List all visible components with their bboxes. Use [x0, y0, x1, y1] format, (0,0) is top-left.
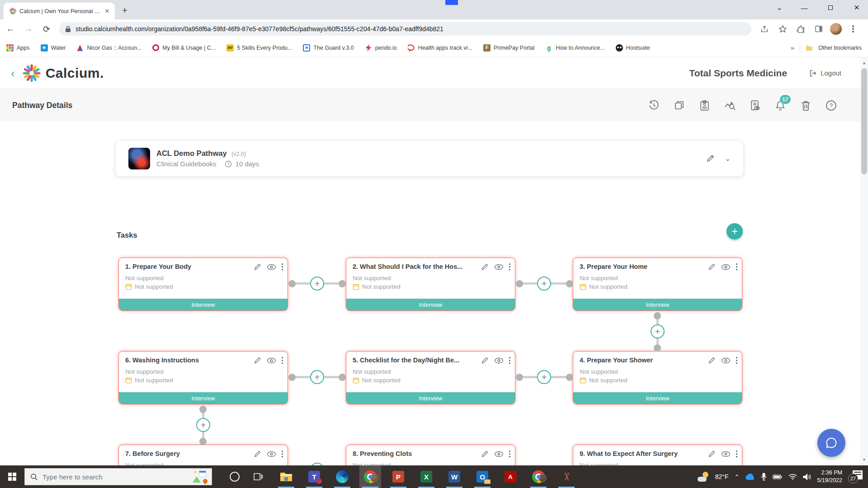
onedrive-icon[interactable] [745, 474, 755, 480]
edit-pencil-icon[interactable] [706, 154, 715, 163]
taskbar-excel[interactable]: X [415, 465, 437, 488]
taskbar-teams[interactable]: T [303, 465, 325, 488]
scroll-down-icon[interactable]: ▼ [860, 456, 868, 464]
bookmark-mybill[interactable]: My Bill & Usage | C... [152, 44, 216, 51]
action-center-button[interactable]: 27 [848, 470, 863, 483]
browser-menu-icon[interactable] [846, 22, 860, 36]
edit-pencil-icon[interactable] [708, 357, 716, 364]
kebab-menu-icon[interactable] [282, 263, 283, 271]
back-icon[interactable]: ← [3, 21, 18, 37]
bookmark-hootsuite[interactable]: Hootsuite [616, 44, 650, 52]
bookmark-star-icon[interactable] [776, 22, 789, 36]
tab-close-icon[interactable]: ✕ [103, 7, 111, 15]
edit-pencil-icon[interactable] [708, 263, 716, 271]
collapse-chevron-icon[interactable]: ⌄ [725, 155, 731, 163]
side-panel-icon[interactable] [812, 22, 826, 36]
notifications-bell-icon[interactable]: 17 [774, 99, 786, 111]
eye-icon[interactable] [721, 357, 731, 364]
bookmark-water[interactable]: ★ Water [41, 44, 66, 52]
eye-icon[interactable] [721, 451, 731, 457]
taskbar-acrobat[interactable]: A [500, 465, 521, 488]
eye-icon[interactable] [494, 451, 504, 457]
task-card-1[interactable]: 1. Prepare Your Body Not supported Not s… [118, 258, 288, 311]
support-chat-button[interactable] [817, 429, 845, 457]
kebab-menu-icon[interactable] [736, 450, 738, 458]
edit-pencil-icon[interactable] [254, 263, 261, 271]
eye-icon[interactable] [721, 264, 731, 270]
add-connection-button[interactable]: + [537, 370, 551, 384]
clock-datetime[interactable]: 2:36 PM 5/19/2022 [817, 469, 842, 484]
bookmark-nicor[interactable]: Nicor Gas :: Accoun... [76, 44, 142, 52]
bookmarks-overflow-chevron[interactable]: » [791, 44, 794, 52]
refresh-icon[interactable]: ⟳ [39, 21, 54, 37]
version-history-icon[interactable] [648, 99, 660, 111]
scrollbar-thumb[interactable] [861, 68, 867, 174]
temperature-label[interactable]: 82°F [715, 473, 729, 480]
weather-icon[interactable] [698, 472, 709, 482]
task-view-button[interactable] [247, 465, 269, 488]
window-minimize-button[interactable]: — [794, 0, 815, 15]
address-bar[interactable]: studio.calciumhealth.com/organization/0a… [59, 22, 751, 36]
microphone-icon[interactable] [761, 473, 767, 481]
bookmark-howtoannounce[interactable]: g How to Announce... [545, 44, 604, 52]
eye-icon[interactable] [494, 357, 504, 364]
kebab-menu-icon[interactable] [282, 357, 283, 364]
volume-icon[interactable] [803, 474, 811, 480]
task-card-5[interactable]: 5. Checklist for the Day/Night Be... Not… [346, 351, 515, 404]
add-connection-button[interactable]: + [651, 324, 665, 338]
task-card-4[interactable]: 4. Prepare Your Shower Not supported Not… [573, 351, 742, 404]
eye-icon[interactable] [267, 357, 276, 364]
taskbar-chrome-active[interactable] [359, 465, 381, 488]
task-card-2[interactable]: 2. What Should I Pack for the Hos... Not… [346, 258, 515, 311]
add-connection-button[interactable]: + [310, 277, 324, 291]
eye-icon[interactable] [267, 451, 276, 457]
taskbar-search[interactable]: ✦ [24, 468, 212, 485]
bookmark-primepay[interactable]: F PrimePay Portal [483, 44, 534, 52]
kebab-menu-icon[interactable] [509, 357, 511, 364]
pathway-summary-card[interactable]: ACL Demo Pathway (v2.0) Clinical Guidebo… [115, 140, 744, 177]
new-tab-button[interactable]: + [118, 5, 131, 17]
add-connection-button[interactable]: + [537, 277, 551, 291]
kebab-menu-icon[interactable] [282, 450, 283, 458]
preview-document-icon[interactable] [749, 99, 761, 111]
edit-pencil-icon[interactable] [481, 450, 489, 458]
clipboard-icon[interactable] [698, 99, 710, 111]
interview-bar[interactable]: Interview [346, 299, 515, 310]
interview-bar[interactable]: Interview [119, 392, 288, 404]
task-card-6[interactable]: 6. Washing Instructions Not supported No… [118, 351, 288, 404]
interview-bar[interactable]: Interview [119, 299, 288, 310]
wifi-icon[interactable] [788, 474, 797, 480]
share-icon[interactable] [758, 22, 771, 36]
bookmark-apps[interactable]: Apps [6, 44, 30, 52]
add-connection-button[interactable]: + [196, 418, 210, 432]
start-button[interactable] [0, 465, 24, 488]
help-icon[interactable]: ? [825, 99, 837, 111]
taskbar-word[interactable]: W [443, 465, 465, 488]
analytics-icon[interactable] [724, 99, 736, 111]
edit-pencil-icon[interactable] [481, 357, 489, 364]
edit-pencil-icon[interactable] [254, 450, 261, 458]
bookmark-5skills[interactable]: PP 5 Skills Every Produ... [226, 44, 292, 52]
cortana-button[interactable] [224, 465, 245, 488]
page-scrollbar[interactable]: ▲ ▼ [860, 57, 868, 465]
search-input[interactable] [42, 473, 193, 481]
window-maximize-button[interactable] [820, 0, 841, 15]
other-bookmarks-button[interactable]: Other bookmarks [818, 45, 862, 51]
kebab-menu-icon[interactable] [736, 357, 738, 364]
forward-icon[interactable]: → [21, 21, 36, 37]
edit-pencil-icon[interactable] [708, 450, 716, 458]
taskbar-file-explorer[interactable] [275, 465, 297, 488]
scroll-up-icon[interactable]: ▲ [860, 59, 868, 67]
interview-bar[interactable]: Interview [346, 392, 515, 404]
edit-pencil-icon[interactable] [254, 357, 261, 364]
taskbar-outlook[interactable]: O [472, 465, 493, 488]
add-task-button[interactable]: + [726, 223, 743, 239]
bookmark-pendo[interactable]: pendo.io [365, 44, 397, 52]
bookmark-theguard[interactable]: ✕ The Guard v.3.0 [303, 44, 354, 52]
tab-search-chevron-icon[interactable]: ⌄ [769, 0, 790, 15]
interview-bar[interactable]: Interview [573, 392, 742, 404]
battery-icon[interactable] [773, 474, 783, 480]
duplicate-icon[interactable] [673, 99, 685, 111]
profile-avatar[interactable] [830, 23, 842, 35]
hidden-icons-chevron[interactable]: ⌃ [734, 474, 739, 480]
